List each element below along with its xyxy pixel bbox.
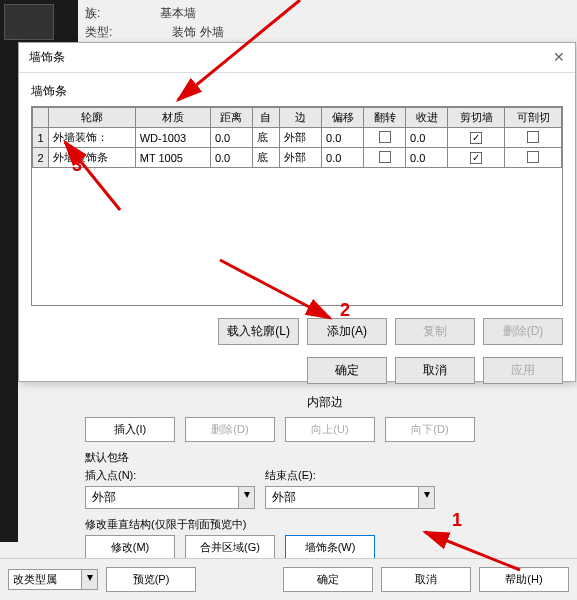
end-point-combo[interactable]: 外部 ▾ [265,486,435,509]
chevron-down-icon[interactable]: ▾ [238,487,254,508]
insert-point-combo[interactable]: 外部 ▾ [85,486,255,509]
delete-layer-button[interactable]: 删除(D) [185,417,275,442]
section-label: 墙饰条 [31,83,563,100]
col-header[interactable]: 轮廓 [49,108,136,128]
col-header[interactable]: 偏移 [322,108,364,128]
add-button[interactable]: 添加(A) [307,318,387,345]
checkbox[interactable] [379,131,391,143]
table-row[interactable]: 2外墙装饰条MT 10050.0底外部0.00.0 [33,148,562,168]
col-header[interactable]: 材质 [135,108,210,128]
preview-button[interactable]: 预览(P) [106,567,196,592]
down-button[interactable]: 向下(D) [385,417,475,442]
merge-region-button[interactable]: 合并区域(G) [185,535,275,560]
checkbox[interactable] [379,151,391,163]
family-value: 基本墙 [160,5,196,22]
col-header[interactable]: 收进 [406,108,448,128]
bottom-ok-button[interactable]: 确定 [283,567,373,592]
insert-button[interactable]: 插入(I) [85,417,175,442]
col-header[interactable]: 翻转 [364,108,406,128]
table-row[interactable]: 1外墙装饰：WD-10030.0底外部0.00.0 [33,128,562,148]
checkbox[interactable] [527,151,539,163]
modify-vert-label: 修改垂直结构(仅限于剖面预览中) [85,517,565,532]
cancel-button[interactable]: 取消 [395,357,475,384]
end-point-label: 结束点(E): [265,468,435,483]
checkbox[interactable] [527,131,539,143]
dialog-title: 墙饰条 [29,49,65,66]
bottom-cancel-button[interactable]: 取消 [381,567,471,592]
type-attr-combo[interactable]: 改类型属 ▾ [8,569,98,590]
checkbox[interactable] [470,132,482,144]
col-header[interactable]: 距离 [210,108,252,128]
col-header[interactable]: 可剖切 [505,108,562,128]
sweep-button[interactable]: 墙饰条(W) [285,535,375,560]
family-label: 族: [85,5,100,22]
col-header[interactable]: 边 [280,108,322,128]
default-wrap-label: 默认包络 [85,450,565,465]
chevron-down-icon[interactable]: ▾ [81,570,97,589]
insert-point-label: 插入点(N): [85,468,255,483]
modify-button[interactable]: 修改(M) [85,535,175,560]
sweep-table[interactable]: 轮廓材质距离自边偏移翻转收进剪切墙可剖切 1外墙装饰：WD-10030.0底外部… [32,107,562,168]
ok-button[interactable]: 确定 [307,357,387,384]
chevron-down-icon[interactable]: ▾ [418,487,434,508]
apply-button[interactable]: 应用 [483,357,563,384]
col-header[interactable]: 剪切墙 [448,108,505,128]
checkbox[interactable] [470,152,482,164]
col-header[interactable]: 自 [252,108,279,128]
delete-button[interactable]: 删除(D) [483,318,563,345]
sweep-dialog: 墙饰条 ✕ 墙饰条 轮廓材质距离自边偏移翻转收进剪切墙可剖切 1外墙装饰：WD-… [18,42,576,382]
up-button[interactable]: 向上(U) [285,417,375,442]
close-icon[interactable]: ✕ [553,49,565,66]
bottom-help-button[interactable]: 帮助(H) [479,567,569,592]
copy-button[interactable]: 复制 [395,318,475,345]
load-profile-button[interactable]: 载入轮廓(L) [218,318,299,345]
col-header[interactable] [33,108,49,128]
type-label: 类型: [85,24,112,41]
type-value: 装饰 外墙 [172,24,223,41]
inner-edge-label: 内部边 [85,394,565,411]
